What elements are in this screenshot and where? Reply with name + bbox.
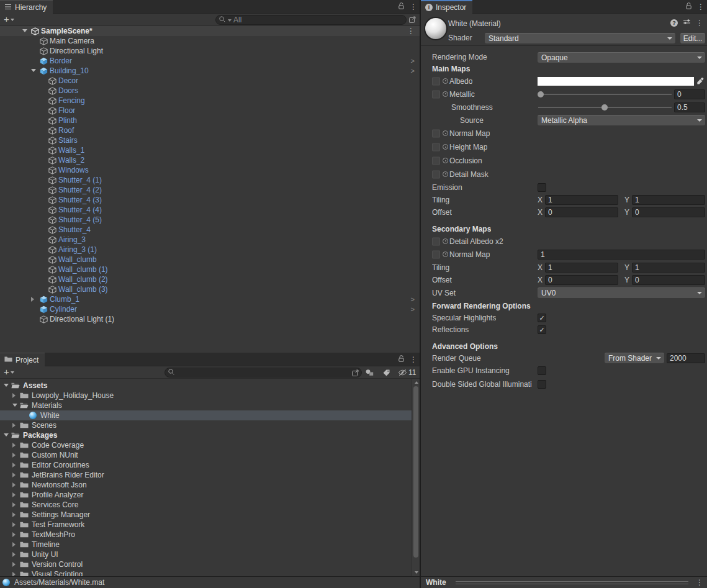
prefab-open-chevron-icon[interactable]: > [411,304,415,314]
smoothness-slider-knob[interactable] [601,104,608,111]
drag-handle-icon[interactable] [456,581,688,584]
hierarchy-row[interactable]: Cylinder> [0,304,420,314]
foldout-closed-icon[interactable] [12,522,16,527]
tiling-y-field[interactable]: 1 [632,263,705,273]
foldout-closed-icon[interactable] [12,502,16,507]
hierarchy-row[interactable]: Decor [0,76,420,86]
render-queue-dropdown[interactable]: From Shader [605,353,664,363]
foldout-closed-icon[interactable] [12,572,16,576]
hierarchy-row[interactable]: Wall_clumb (3) [0,284,420,294]
scroll-down-icon[interactable] [415,571,418,574]
foldout-closed-icon[interactable] [12,532,16,537]
hierarchy-row[interactable]: Roof [0,125,420,135]
menu-kebab-icon[interactable]: ⋮ [697,3,705,11]
tiling-x-field[interactable]: 1 [545,263,618,273]
emission-checkbox[interactable] [538,183,546,192]
object-picker-icon[interactable] [443,91,448,97]
normal-map-value-field[interactable]: 1 [538,250,705,260]
menu-kebab-icon[interactable]: ⋮ [696,579,703,586]
open-search-window-icon[interactable] [351,369,359,379]
foldout-open-icon[interactable] [22,29,27,32]
hierarchy-row[interactable]: Walls_2 [0,155,420,165]
hierarchy-row[interactable]: Floor [0,106,420,115]
shader-dropdown[interactable]: Standard [485,33,675,43]
texture-slot[interactable] [432,250,440,258]
hierarchy-row[interactable]: Border> [0,56,420,66]
offset-x-field[interactable]: 0 [545,275,618,285]
project-row[interactable]: Timeline [0,540,412,550]
foldout-open-icon[interactable] [4,433,9,436]
material-preview-thumbnail[interactable] [424,17,448,40]
foldout-open-icon[interactable] [31,69,36,72]
help-icon[interactable]: ? [670,19,678,27]
project-row[interactable]: Services Core [0,500,412,510]
scene-menu-kebab-icon[interactable]: ⋮ [407,27,415,35]
project-row[interactable]: Profile Analyzer [0,490,412,500]
hierarchy-row[interactable]: Wall_clumb (1) [0,265,420,274]
project-row[interactable]: Test Framework [0,520,412,530]
metallic-slider-knob[interactable] [538,91,544,97]
hierarchy-row[interactable]: Plinth [0,115,420,125]
foldout-closed-icon[interactable] [12,473,16,477]
create-button[interactable]: + [4,15,14,24]
foldout-open-icon[interactable] [12,404,17,407]
foldout-closed-icon[interactable] [12,463,16,468]
foldout-closed-icon[interactable] [12,542,16,547]
hierarchy-row[interactable]: Wall_clumb (2) [0,274,420,284]
tiling-y-field[interactable]: 1 [632,195,705,205]
foldout-closed-icon[interactable] [12,512,16,517]
reflections-checkbox[interactable]: ✓ [538,325,546,334]
metallic-slider-track[interactable] [538,94,672,95]
project-row[interactable]: Assets [0,381,412,391]
foldout-closed-icon[interactable] [12,492,16,497]
texture-slot[interactable] [432,170,440,178]
project-row[interactable]: Unity UI [0,550,412,559]
project-row[interactable]: Packages [0,430,412,440]
prefab-open-chevron-icon[interactable]: > [411,66,415,76]
hierarchy-row[interactable]: Doors [0,86,420,96]
object-picker-icon[interactable] [443,171,448,177]
source-dropdown[interactable]: Metallic Alpha [538,115,705,125]
hierarchy-row[interactable]: Walls_1 [0,145,420,155]
object-picker-icon[interactable] [443,78,448,84]
texture-slot[interactable] [432,143,440,152]
lock-icon[interactable] [398,2,405,12]
project-row[interactable]: JetBrains Rider Editor [0,470,412,480]
search-by-label-icon[interactable] [382,369,390,379]
project-row[interactable]: White [0,410,412,420]
project-row[interactable]: TextMeshPro [0,530,412,540]
foldout-closed-icon[interactable] [12,453,16,458]
tab-inspector[interactable]: i Inspector [421,0,472,14]
presets-icon[interactable] [683,18,691,27]
object-picker-icon[interactable] [443,238,448,244]
project-search-input[interactable] [164,368,362,378]
hierarchy-row[interactable]: Shutter_4 (4) [0,205,420,215]
smoothness-value-field[interactable]: 0.5 [674,102,705,112]
menu-kebab-icon[interactable]: ⋮ [410,3,417,11]
hierarchy-row[interactable]: Shutter_4 (5) [0,215,420,225]
project-row[interactable]: Custom NUnit [0,450,412,460]
project-row[interactable]: Materials [0,400,412,410]
object-picker-icon[interactable] [443,251,448,257]
lock-icon[interactable] [398,355,405,364]
hierarchy-search-input[interactable]: All [215,15,407,25]
hierarchy-row[interactable]: Windows [0,165,420,175]
offset-x-field[interactable]: 0 [545,207,618,217]
foldout-closed-icon[interactable] [12,443,16,448]
menu-kebab-icon[interactable]: ⋮ [696,19,703,27]
project-row[interactable]: Settings Manager [0,510,412,520]
foldout-closed-icon[interactable] [12,423,16,428]
texture-slot[interactable] [432,130,440,138]
foldout-open-icon[interactable] [4,384,9,387]
offset-y-field[interactable]: 0 [632,275,705,285]
hierarchy-row[interactable]: Directional Light [0,46,420,56]
texture-slot[interactable] [432,237,440,245]
hidden-packages-eye-icon[interactable] [398,369,407,378]
metallic-value-field[interactable]: 0 [674,89,705,99]
double-sided-global-illuminati-checkbox[interactable] [538,380,546,389]
hierarchy-row[interactable]: Directional Light (1) [0,314,420,324]
scroll-up-icon[interactable] [415,381,418,384]
object-picker-icon[interactable] [443,144,448,150]
hierarchy-row[interactable]: SampleScene*⋮ [0,26,420,36]
object-picker-icon[interactable] [443,158,448,163]
